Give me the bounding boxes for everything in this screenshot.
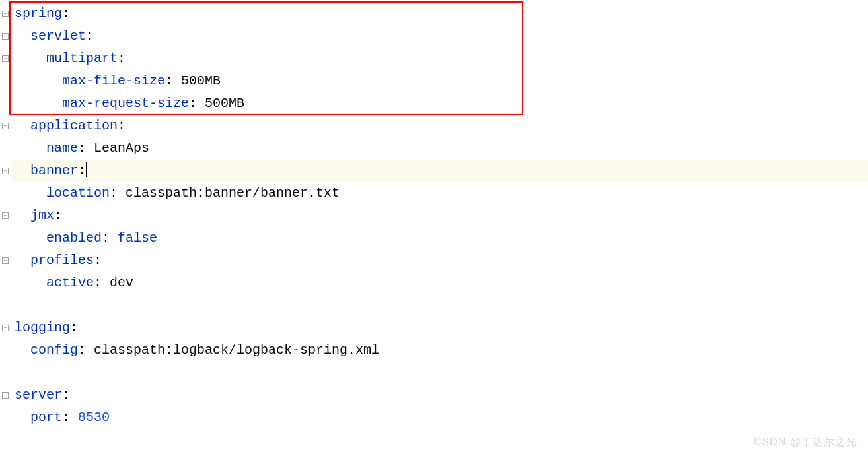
yaml-value: LeanAps	[94, 141, 149, 156]
yaml-value: 500MB	[205, 96, 244, 111]
yaml-sep: :	[78, 141, 94, 156]
yaml-sep: :	[86, 28, 94, 44]
fold-toggle-icon[interactable]: −	[2, 123, 9, 129]
yaml-key: enabled	[46, 230, 102, 245]
yaml-key: application	[30, 118, 118, 133]
yaml-sep: :	[54, 208, 62, 223]
code-line[interactable]: port: 8530	[12, 407, 868, 429]
yaml-key: location	[46, 185, 110, 201]
yaml-key: port	[30, 410, 62, 425]
code-line[interactable]: max-request-size: 500MB	[12, 92, 868, 115]
code-editor[interactable]: −−−−−−−−− spring: servlet: multipart: ma…	[0, 0, 868, 429]
yaml-key: max-file-size	[62, 73, 165, 88]
yaml-key: servlet	[30, 28, 86, 44]
code-line[interactable]: jmx:	[12, 205, 868, 227]
code-line[interactable]: server:	[12, 384, 868, 407]
yaml-key: banner	[30, 163, 78, 178]
yaml-sep: :	[110, 185, 126, 201]
yaml-key: name	[46, 141, 78, 156]
yaml-key: multipart	[46, 51, 118, 66]
yaml-sep: :	[118, 118, 126, 133]
yaml-value: classpath:banner/banner.txt	[126, 185, 340, 201]
code-line[interactable]: enabled: false	[12, 227, 868, 249]
fold-toggle-icon[interactable]: −	[2, 55, 9, 62]
code-line[interactable]: config: classpath:logback/logback-spring…	[12, 339, 868, 362]
yaml-key: profiles	[30, 253, 94, 268]
fold-toggle-icon[interactable]: −	[2, 325, 9, 331]
yaml-value: false	[118, 230, 157, 245]
code-line[interactable]: name: LeanAps	[12, 137, 868, 160]
code-line[interactable]: logging:	[12, 317, 868, 339]
yaml-value: 8530	[78, 410, 110, 425]
fold-toggle-icon[interactable]: −	[2, 392, 9, 399]
yaml-key: max-request-size	[62, 96, 189, 111]
code-line[interactable]	[12, 294, 868, 317]
fold-gutter: −−−−−−−−−	[0, 0, 9, 429]
yaml-sep: :	[94, 253, 102, 268]
yaml-sep: :	[165, 73, 181, 88]
yaml-key: logging	[15, 320, 70, 335]
code-line[interactable]	[12, 362, 868, 384]
yaml-sep: :	[118, 51, 126, 66]
code-line[interactable]: location: classpath:banner/banner.txt	[12, 182, 868, 205]
fold-toggle-icon[interactable]: −	[2, 33, 9, 40]
code-line[interactable]: multipart:	[12, 48, 868, 70]
fold-toggle-icon[interactable]: −	[2, 257, 9, 264]
yaml-sep: :	[78, 342, 94, 358]
yaml-key: config	[30, 342, 78, 358]
yaml-sep: :	[102, 230, 118, 245]
yaml-sep: :	[189, 96, 205, 111]
yaml-sep: :	[62, 410, 78, 425]
yaml-key: spring	[15, 6, 62, 21]
code-line[interactable]: max-file-size: 500MB	[12, 70, 868, 92]
code-line[interactable]: profiles:	[12, 249, 868, 272]
code-line[interactable]: servlet:	[12, 25, 868, 48]
text-cursor	[86, 162, 87, 177]
fold-toggle-icon[interactable]: −	[2, 168, 9, 174]
yaml-key: active	[46, 275, 94, 290]
code-line[interactable]: spring:	[12, 3, 868, 25]
yaml-key: server	[15, 387, 62, 403]
code-line[interactable]: application:	[12, 115, 868, 137]
yaml-sep: :	[62, 387, 70, 403]
code-line[interactable]: banner:	[12, 160, 868, 182]
yaml-value: 500MB	[181, 73, 221, 88]
yaml-sep: :	[62, 6, 70, 21]
yaml-sep: :	[94, 275, 110, 290]
yaml-value: dev	[110, 275, 133, 290]
yaml-key: jmx	[30, 208, 54, 223]
code-line[interactable]: active: dev	[12, 272, 868, 294]
fold-toggle-icon[interactable]: −	[2, 212, 9, 219]
watermark-text: CSDN @丁达尔之光	[754, 436, 857, 449]
yaml-sep: :	[70, 320, 78, 335]
yaml-sep: :	[78, 163, 86, 178]
yaml-value: classpath:logback/logback-spring.xml	[94, 342, 379, 358]
fold-toggle-icon[interactable]: −	[2, 11, 9, 17]
